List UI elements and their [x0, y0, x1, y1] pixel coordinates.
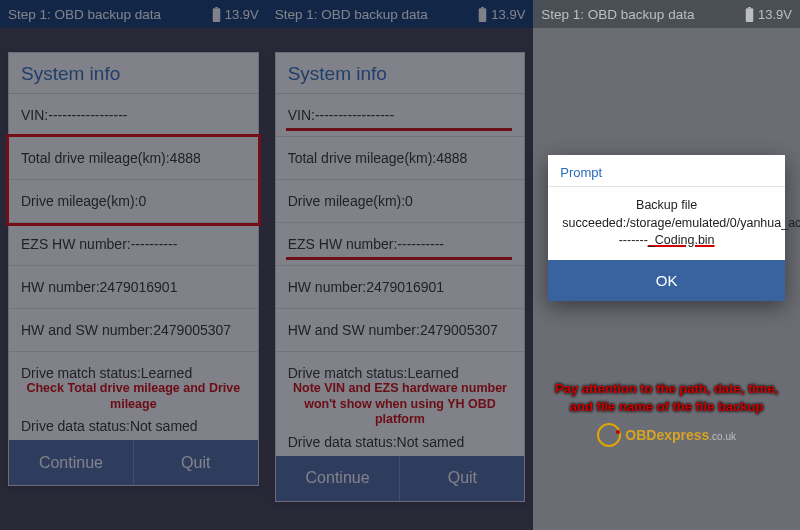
highlight-mileage-box: Total drive mileage(km):4888 Drive milea…	[6, 134, 261, 226]
row-hw-sw-number: HW and SW number:2479005307	[9, 309, 258, 352]
row-hw-number: HW number:2479016901	[276, 266, 525, 309]
annotation-note: Check Total drive mileage and Drive mile…	[9, 381, 258, 416]
continue-button[interactable]: Continue	[276, 456, 400, 501]
battery-voltage: 13.9V	[225, 7, 259, 22]
logo-text: OBDexpress.co.uk	[625, 427, 736, 443]
row-total-mileage: Total drive mileage(km):4888	[9, 137, 258, 180]
caption-block: Pay attention to the path, date, time, a…	[543, 380, 790, 447]
logo-ring-icon	[597, 423, 621, 447]
battery-voltage: 13.9V	[758, 7, 792, 22]
svg-rect-5	[746, 8, 754, 22]
row-hw-sw-number: HW and SW number:2479005307	[276, 309, 525, 352]
row-match-status: Drive match status:Learned	[9, 352, 258, 381]
svg-rect-3	[479, 8, 487, 22]
row-data-status: Drive data status:Not samed	[276, 432, 525, 456]
button-bar: Continue Quit	[276, 456, 525, 501]
status-bar: Step 1: OBD backup data 13.9V	[0, 0, 267, 28]
row-drive-mileage: Drive mileage(km):0	[9, 180, 258, 223]
button-bar: Continue Quit	[9, 440, 258, 485]
obdexpress-logo: OBDexpress.co.uk	[543, 423, 790, 447]
caption-text: Pay attention to the path, date, time, a…	[543, 380, 790, 415]
status-bar: Step 1: OBD backup data 13.9V	[533, 0, 800, 28]
status-title: Step 1: OBD backup data	[275, 7, 479, 22]
continue-button[interactable]: Continue	[9, 440, 133, 485]
row-data-status: Drive data status:Not samed	[9, 416, 258, 440]
dialog-body: Backup file succeeded:/storage/emulated/…	[548, 187, 785, 260]
system-info-panel: System info VIN:----------------- Total …	[8, 52, 259, 486]
row-vin: VIN:-----------------	[9, 94, 258, 137]
svg-rect-2	[482, 7, 485, 8]
battery-indicator: 13.9V	[745, 7, 792, 22]
system-info-panel: System info VIN:----------------- Total …	[275, 52, 526, 502]
battery-indicator: 13.9V	[478, 7, 525, 22]
dialog-message-sep: -------	[619, 233, 648, 247]
battery-indicator: 13.9V	[212, 7, 259, 22]
quit-button[interactable]: Quit	[399, 456, 524, 501]
svg-rect-0	[215, 7, 218, 8]
row-total-mileage: Total drive mileage(km):4888	[276, 137, 525, 180]
row-ezs-hw: EZS HW number:----------	[9, 223, 258, 266]
annotation-note: Note VIN and EZS hardware number won't s…	[276, 381, 525, 432]
dialog-message-path: Backup file succeeded:/storage/emulated/…	[562, 198, 800, 230]
prompt-dialog: Prompt Backup file succeeded:/storage/em…	[548, 155, 785, 301]
panel-title: System info	[276, 53, 525, 94]
status-title: Step 1: OBD backup data	[8, 7, 212, 22]
dialog-message-file: _Coding.bin	[648, 233, 715, 247]
ok-button[interactable]: OK	[548, 260, 785, 301]
battery-icon	[745, 7, 754, 22]
svg-rect-4	[748, 7, 751, 8]
svg-rect-1	[212, 8, 220, 22]
battery-icon	[478, 7, 487, 22]
battery-voltage: 13.9V	[491, 7, 525, 22]
dialog-title: Prompt	[548, 155, 785, 187]
row-drive-mileage: Drive mileage(km):0	[276, 180, 525, 223]
status-title: Step 1: OBD backup data	[541, 7, 745, 22]
quit-button[interactable]: Quit	[133, 440, 258, 485]
row-hw-number: HW number:2479016901	[9, 266, 258, 309]
status-bar: Step 1: OBD backup data 13.9V	[267, 0, 534, 28]
battery-icon	[212, 7, 221, 22]
panel-title: System info	[9, 53, 258, 94]
row-ezs-hw: EZS HW number:----------	[276, 223, 525, 266]
row-vin: VIN:-----------------	[276, 94, 525, 137]
row-match-status: Drive match status:Learned	[276, 352, 525, 381]
